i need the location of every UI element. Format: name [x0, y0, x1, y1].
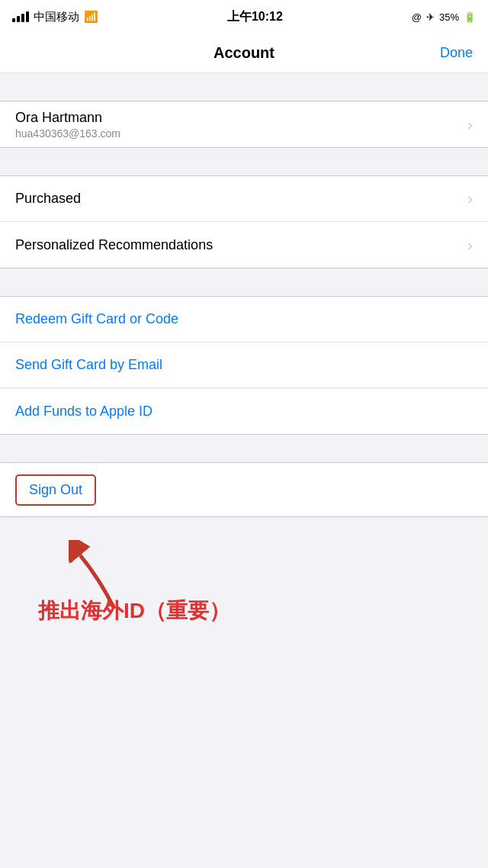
redeem-label: Redeem Gift Card or Code [15, 311, 178, 327]
send-gift-label: Send Gift Card by Email [15, 357, 162, 373]
status-bar: 中国移动 📶 上午10:12 @ ✈ 35% 🔋 [0, 0, 488, 34]
location-icon: @ [412, 11, 422, 23]
add-funds-label: Add Funds to Apple ID [15, 403, 152, 420]
sign-out-row[interactable]: Sign Out [0, 463, 488, 516]
battery-percentage: 35% [439, 11, 459, 23]
sign-out-outline-box: Sign Out [15, 474, 96, 506]
menu-section: Purchased › Personalized Recommendations… [0, 175, 488, 268]
recommendations-label: Personalized Recommendations [15, 237, 213, 253]
annotation-label: 推出海外ID（重要） [30, 599, 230, 622]
action-section: Redeem Gift Card or Code Send Gift Card … [0, 296, 488, 435]
nav-title: Account [214, 44, 274, 62]
gps-icon: ✈ [426, 11, 435, 23]
user-section: Ora Hartmann hua430363@163.com › [0, 101, 488, 148]
wifi-icon: 📶 [84, 10, 98, 24]
purchased-label: Purchased [15, 191, 81, 207]
signal-icon [12, 11, 29, 22]
purchased-row[interactable]: Purchased › [0, 176, 488, 222]
redeem-row[interactable]: Redeem Gift Card or Code [0, 297, 488, 342]
sign-out-label: Sign Out [29, 482, 82, 497]
user-info: Ora Hartmann hua430363@163.com [15, 110, 120, 140]
user-name: Ora Hartmann [15, 110, 120, 126]
navigation-bar: Account Done [0, 34, 488, 73]
recommendations-content: Personalized Recommendations [15, 237, 213, 253]
annotation-area: 推出海外ID（重要） [0, 517, 488, 685]
annotation-text-container: 推出海外ID（重要） [15, 596, 473, 625]
done-button[interactable]: Done [440, 45, 473, 61]
recommendations-row[interactable]: Personalized Recommendations › [0, 222, 488, 268]
send-gift-row[interactable]: Send Gift Card by Email [0, 342, 488, 388]
user-profile-row[interactable]: Ora Hartmann hua430363@163.com › [0, 101, 488, 147]
section-gap-top [0, 73, 488, 101]
purchased-chevron-icon: › [467, 190, 473, 207]
section-gap-4 [0, 435, 488, 462]
purchased-content: Purchased [15, 191, 81, 207]
section-gap-3 [0, 268, 488, 296]
status-left: 中国移动 📶 [12, 10, 98, 24]
sign-out-section: Sign Out [0, 462, 488, 517]
chevron-right-icon: › [467, 116, 473, 133]
user-email: hua430363@163.com [15, 127, 120, 140]
status-time: 上午10:12 [227, 9, 283, 25]
status-right: @ ✈ 35% 🔋 [412, 11, 476, 23]
add-funds-row[interactable]: Add Funds to Apple ID [0, 388, 488, 434]
section-gap-2 [0, 148, 488, 175]
carrier-label: 中国移动 [34, 10, 79, 24]
recommendations-chevron-icon: › [467, 236, 473, 254]
battery-icon: 🔋 [464, 11, 476, 23]
